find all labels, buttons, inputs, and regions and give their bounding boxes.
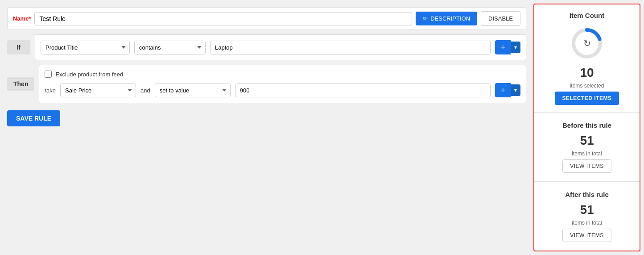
and-text: and — [140, 87, 150, 94]
if-add-button-group: + ▾ — [495, 40, 520, 54]
view-items-before-button[interactable]: VIEW ITEMS — [562, 159, 611, 173]
then-add-dropdown-button[interactable]: ▾ — [511, 84, 520, 96]
condition-value-input[interactable] — [210, 41, 491, 54]
name-row: Name* ✏ DESCRIPTION DISABLE — [7, 7, 526, 30]
after-label: items in total — [572, 220, 602, 226]
pencil-icon: ✏ — [423, 15, 428, 22]
required-asterisk: * — [29, 15, 31, 22]
name-label-text: Name — [13, 15, 29, 22]
then-content: Exclude product from feed take Sale Pric… — [39, 65, 526, 103]
if-add-dropdown-button[interactable]: ▾ — [511, 42, 520, 53]
action-operator-select[interactable]: set to value increase by decrease by — [155, 84, 231, 97]
if-label: If — [7, 40, 30, 54]
then-add-button[interactable]: + — [495, 83, 511, 97]
after-rule-title: After this rule — [565, 191, 609, 198]
before-rule-section: Before this rule 51 items in total VIEW … — [534, 113, 640, 182]
before-label: items in total — [572, 150, 602, 157]
save-rule-button[interactable]: SAVE RULE — [7, 110, 60, 126]
right-panel: Item Count ↻ 10 items selected SELECTED … — [533, 4, 640, 251]
item-count-donut: ↻ — [569, 25, 605, 61]
then-add-button-group: + ▾ — [495, 83, 520, 97]
take-label: take — [45, 87, 56, 94]
item-count-title: Item Count — [570, 12, 604, 19]
if-row: Product Title Sale Price Brand contains … — [41, 40, 520, 54]
exclude-checkbox[interactable] — [45, 71, 52, 78]
exclude-label: Exclude product from feed — [55, 71, 123, 78]
condition-operator-select[interactable]: contains does not contain equals — [134, 41, 206, 54]
disable-button-label: DISABLE — [488, 15, 513, 22]
after-count: 51 — [580, 203, 594, 217]
if-content: Product Title Sale Price Brand contains … — [35, 34, 526, 60]
before-rule-title: Before this rule — [562, 121, 611, 129]
action-amount-input[interactable] — [235, 84, 491, 97]
description-button[interactable]: ✏ DESCRIPTION — [416, 12, 477, 25]
disable-button[interactable]: DISABLE — [481, 11, 520, 26]
action-field-select[interactable]: Sale Price Regular Price Product Title — [60, 84, 136, 97]
selected-items-button[interactable]: SELECTED ITEMS — [555, 92, 619, 105]
then-label: Then — [7, 77, 34, 91]
item-count-section: Item Count ↻ 10 items selected SELECTED … — [534, 4, 640, 113]
description-button-label: DESCRIPTION — [430, 15, 470, 22]
selected-count: 10 — [580, 66, 594, 80]
after-rule-section: After this rule 51 items in total VIEW I… — [534, 182, 640, 251]
then-section: Then Exclude product from feed take Sale… — [7, 65, 526, 103]
refresh-icon: ↻ — [583, 38, 591, 49]
then-row: take Sale Price Regular Price Product Ti… — [45, 83, 520, 97]
selected-label: items selected — [570, 83, 604, 89]
name-label: Name* — [13, 15, 31, 22]
exclude-row: Exclude product from feed — [45, 71, 520, 78]
if-section: If Product Title Sale Price Brand contai… — [7, 34, 526, 60]
before-count: 51 — [580, 134, 594, 148]
if-add-button[interactable]: + — [495, 40, 511, 54]
view-items-after-button[interactable]: VIEW ITEMS — [562, 229, 611, 242]
condition-field-select[interactable]: Product Title Sale Price Brand — [41, 41, 130, 54]
rule-name-input[interactable] — [34, 12, 412, 25]
